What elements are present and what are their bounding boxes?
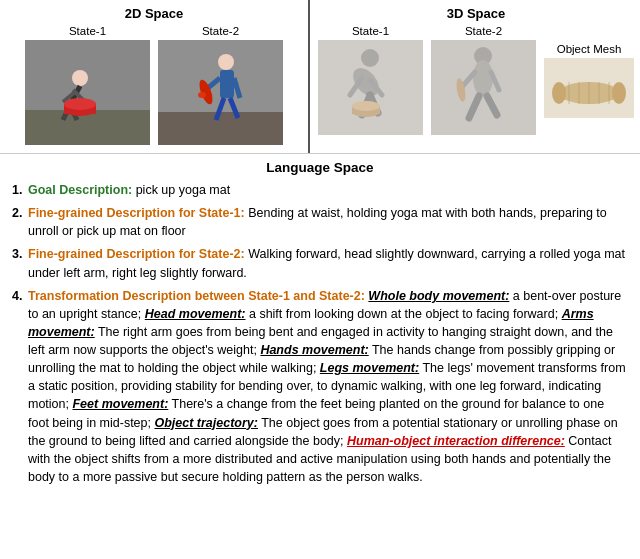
item-num-3: 3. — [12, 245, 28, 281]
item-text-1: pick up yoga mat — [136, 183, 231, 197]
state2-label-2d: State-2 — [202, 25, 239, 37]
state2-col-2d: State-2 — [158, 25, 283, 145]
svg-point-42 — [612, 82, 626, 104]
svg-point-2 — [72, 70, 88, 86]
space-2d-images: State-1 — [8, 25, 300, 145]
state1-col-3d: State-1 — [318, 25, 423, 135]
item-content-3: Fine-grained Description for State-2: Wa… — [28, 245, 628, 281]
item-num-1: 1. — [12, 181, 28, 199]
state1-image-3d — [318, 40, 423, 135]
item-label-2: Fine-grained Description for State-1: — [28, 206, 245, 220]
svg-point-33 — [473, 60, 493, 96]
seg-trajectory-label: Object trajectory: — [154, 416, 258, 430]
space-2d-title: 2D Space — [8, 6, 300, 21]
item-label-1: Goal Description: — [28, 183, 132, 197]
svg-rect-14 — [220, 70, 234, 98]
item-content-2: Fine-grained Description for State-1: Be… — [28, 204, 628, 240]
list-item-3: 3. Fine-grained Description for State-2:… — [12, 245, 628, 281]
svg-rect-12 — [158, 112, 283, 145]
item-num-2: 2. — [12, 204, 28, 240]
state1-label-2d: State-1 — [69, 25, 106, 37]
seg-head-label: Head movement: — [145, 307, 246, 321]
seg-head-text: a shift from looking down at the object … — [249, 307, 562, 321]
space-2d-panel: 2D Space State-1 — [0, 0, 310, 153]
svg-point-41 — [552, 82, 566, 104]
list-item-2: 2. Fine-grained Description for State-1:… — [12, 204, 628, 240]
language-title: Language Space — [12, 160, 628, 175]
state2-image-3d — [431, 40, 536, 135]
item-num-4: 4. — [12, 287, 28, 486]
list-item-1: 1. Goal Description: pick up yoga mat — [12, 181, 628, 199]
seg-hands-label: Hands movement: — [260, 343, 368, 357]
item-label-4: Transformation Description between State… — [28, 289, 365, 303]
seg-legs-label: Legs movement: — [320, 361, 419, 375]
svg-point-13 — [218, 54, 234, 70]
item-content-1: Goal Description: pick up yoga mat — [28, 181, 628, 199]
state1-image-2d — [25, 40, 150, 145]
svg-point-20 — [198, 92, 206, 98]
item-label-3: Fine-grained Description for State-2: — [28, 247, 245, 261]
mesh-col-3d: Object Mesh — [544, 43, 634, 135]
language-section: Language Space 1. Goal Description: pick… — [0, 154, 640, 501]
space-3d-title: 3D Space — [318, 6, 634, 21]
list-item-4: 4. Transformation Description between St… — [12, 287, 628, 486]
svg-point-10 — [64, 98, 96, 110]
state1-col-2d: State-1 — [25, 25, 150, 145]
state2-image-2d — [158, 40, 283, 145]
svg-point-22 — [361, 49, 379, 67]
item-content-4: Transformation Description between State… — [28, 287, 628, 486]
seg-whole-body-label: Whole body movement: — [368, 289, 509, 303]
state2-label-3d: State-2 — [465, 25, 502, 37]
state2-col-3d: State-2 — [431, 25, 536, 135]
space-3d-panel: 3D Space State-1 — [310, 0, 640, 153]
space-3d-images: State-1 — [318, 25, 634, 135]
seg-interaction-label: Human-object interaction difference: — [347, 434, 565, 448]
svg-point-30 — [352, 101, 380, 111]
mesh-label-3d: Object Mesh — [557, 43, 622, 55]
state1-label-3d: State-1 — [352, 25, 389, 37]
mesh-image-3d — [544, 58, 634, 118]
seg-feet-label: Feet movement: — [72, 397, 168, 411]
